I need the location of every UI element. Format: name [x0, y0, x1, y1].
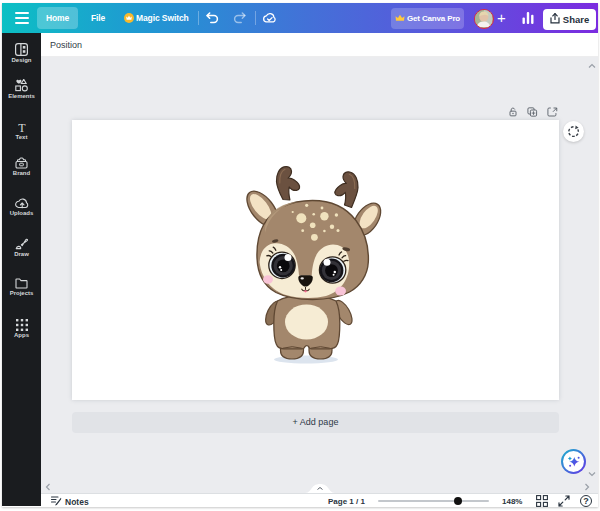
svg-text:T: T: [18, 122, 26, 133]
